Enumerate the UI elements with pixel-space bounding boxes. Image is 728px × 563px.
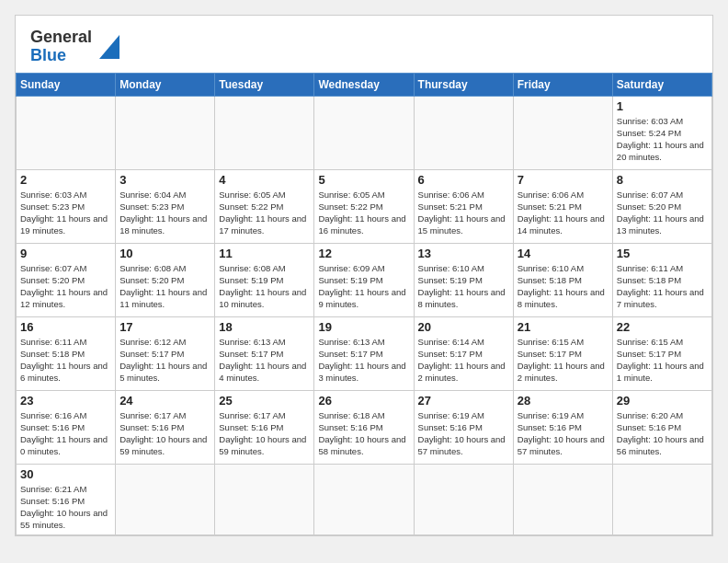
day-number: 8 (617, 173, 708, 187)
day-number: 13 (418, 247, 509, 260)
day-number: 28 (518, 394, 609, 408)
day-info: Sunrise: 6:15 AM Sunset: 5:17 PM Dayligh… (617, 336, 708, 385)
day-number: 9 (20, 247, 111, 260)
calendar-week-row: 16Sunrise: 6:11 AM Sunset: 5:18 PM Dayli… (17, 316, 712, 390)
day-info: Sunrise: 6:19 AM Sunset: 5:16 PM Dayligh… (518, 409, 609, 458)
day-info: Sunrise: 6:08 AM Sunset: 5:20 PM Dayligh… (119, 262, 210, 311)
day-info: Sunrise: 6:19 AM Sunset: 5:16 PM Dayligh… (418, 409, 509, 458)
calendar-week-row: 23Sunrise: 6:16 AM Sunset: 5:16 PM Dayli… (17, 390, 712, 464)
day-number: 10 (119, 247, 210, 260)
calendar-day-cell (513, 464, 612, 534)
calendar-day-cell (612, 464, 711, 534)
weekday-header: Monday (116, 73, 215, 96)
day-info: Sunrise: 6:10 AM Sunset: 5:19 PM Dayligh… (418, 262, 509, 311)
calendar-day-cell: 7Sunrise: 6:06 AM Sunset: 5:21 PM Daylig… (513, 169, 612, 243)
day-number: 14 (518, 247, 609, 260)
day-info: Sunrise: 6:06 AM Sunset: 5:21 PM Dayligh… (418, 189, 509, 237)
calendar-week-row: 2Sunrise: 6:03 AM Sunset: 5:23 PM Daylig… (17, 169, 712, 243)
weekday-header: Tuesday (215, 73, 314, 96)
calendar-day-cell: 11Sunrise: 6:08 AM Sunset: 5:19 PM Dayli… (215, 243, 314, 316)
calendar-day-cell: 27Sunrise: 6:19 AM Sunset: 5:16 PM Dayli… (414, 390, 513, 464)
calendar-header: General Blue (16, 16, 712, 73)
day-number: 26 (318, 394, 409, 408)
day-number: 3 (119, 173, 210, 187)
calendar-day-cell: 23Sunrise: 6:16 AM Sunset: 5:16 PM Dayli… (17, 390, 116, 464)
calendar-week-row: 9Sunrise: 6:07 AM Sunset: 5:20 PM Daylig… (17, 243, 712, 316)
calendar-day-cell: 6Sunrise: 6:06 AM Sunset: 5:21 PM Daylig… (414, 169, 513, 243)
calendar-day-cell: 29Sunrise: 6:20 AM Sunset: 5:16 PM Dayli… (612, 390, 711, 464)
day-info: Sunrise: 6:05 AM Sunset: 5:22 PM Dayligh… (219, 189, 310, 237)
day-info: Sunrise: 6:17 AM Sunset: 5:16 PM Dayligh… (119, 409, 210, 458)
day-number: 18 (219, 320, 310, 334)
day-info: Sunrise: 6:10 AM Sunset: 5:18 PM Dayligh… (518, 262, 609, 311)
svg-marker-0 (99, 35, 119, 59)
calendar-day-cell: 14Sunrise: 6:10 AM Sunset: 5:18 PM Dayli… (513, 243, 612, 316)
day-info: Sunrise: 6:04 AM Sunset: 5:23 PM Dayligh… (119, 189, 210, 237)
day-info: Sunrise: 6:13 AM Sunset: 5:17 PM Dayligh… (219, 336, 310, 385)
calendar-day-cell: 10Sunrise: 6:08 AM Sunset: 5:20 PM Dayli… (116, 243, 215, 316)
calendar-day-cell: 1Sunrise: 6:03 AM Sunset: 5:24 PM Daylig… (612, 96, 711, 169)
day-info: Sunrise: 6:18 AM Sunset: 5:16 PM Dayligh… (318, 409, 409, 458)
day-info: Sunrise: 6:11 AM Sunset: 5:18 PM Dayligh… (617, 262, 708, 311)
day-number: 5 (318, 173, 409, 187)
day-info: Sunrise: 6:08 AM Sunset: 5:19 PM Dayligh… (219, 262, 310, 311)
day-number: 6 (418, 173, 509, 187)
day-info: Sunrise: 6:07 AM Sunset: 5:20 PM Dayligh… (20, 262, 111, 311)
day-info: Sunrise: 6:05 AM Sunset: 5:22 PM Dayligh… (318, 189, 409, 237)
day-info: Sunrise: 6:03 AM Sunset: 5:23 PM Dayligh… (20, 189, 111, 237)
calendar-day-cell: 9Sunrise: 6:07 AM Sunset: 5:20 PM Daylig… (17, 243, 116, 316)
day-number: 30 (20, 467, 111, 481)
day-info: Sunrise: 6:15 AM Sunset: 5:17 PM Dayligh… (518, 336, 609, 385)
calendar-day-cell: 17Sunrise: 6:12 AM Sunset: 5:17 PM Dayli… (116, 316, 215, 390)
calendar-day-cell (414, 96, 513, 169)
calendar-day-cell: 20Sunrise: 6:14 AM Sunset: 5:17 PM Dayli… (414, 316, 513, 390)
day-number: 22 (617, 320, 708, 334)
weekday-header: Sunday (17, 73, 116, 96)
calendar-day-cell: 15Sunrise: 6:11 AM Sunset: 5:18 PM Dayli… (612, 243, 711, 316)
calendar-day-cell: 3Sunrise: 6:04 AM Sunset: 5:23 PM Daylig… (116, 169, 215, 243)
calendar-day-cell: 28Sunrise: 6:19 AM Sunset: 5:16 PM Dayli… (513, 390, 612, 464)
calendar-day-cell: 13Sunrise: 6:10 AM Sunset: 5:19 PM Dayli… (414, 243, 513, 316)
day-info: Sunrise: 6:16 AM Sunset: 5:16 PM Dayligh… (20, 409, 111, 458)
day-number: 20 (418, 320, 509, 334)
calendar-day-cell: 2Sunrise: 6:03 AM Sunset: 5:23 PM Daylig… (17, 169, 116, 243)
calendar-day-cell: 26Sunrise: 6:18 AM Sunset: 5:16 PM Dayli… (314, 390, 414, 464)
calendar-day-cell (215, 464, 314, 534)
weekday-header: Wednesday (314, 73, 414, 96)
calendar-day-cell (513, 96, 612, 169)
day-info: Sunrise: 6:11 AM Sunset: 5:18 PM Dayligh… (20, 336, 111, 385)
calendar-container: General Blue SundayMondayTuesdayWednesda… (15, 15, 713, 536)
day-info: Sunrise: 6:12 AM Sunset: 5:17 PM Dayligh… (119, 336, 210, 385)
day-number: 24 (119, 394, 210, 408)
calendar-day-cell: 18Sunrise: 6:13 AM Sunset: 5:17 PM Dayli… (215, 316, 314, 390)
calendar-day-cell: 12Sunrise: 6:09 AM Sunset: 5:19 PM Dayli… (314, 243, 414, 316)
day-number: 25 (219, 394, 310, 408)
day-number: 4 (219, 173, 310, 187)
day-number: 21 (518, 320, 609, 334)
day-number: 27 (418, 394, 509, 408)
day-number: 23 (20, 394, 111, 408)
calendar-day-cell (314, 464, 414, 534)
calendar-day-cell: 4Sunrise: 6:05 AM Sunset: 5:22 PM Daylig… (215, 169, 314, 243)
weekday-header: Friday (513, 73, 612, 96)
weekday-header: Thursday (414, 73, 513, 96)
calendar-day-cell (314, 96, 414, 169)
calendar-header-row: SundayMondayTuesdayWednesdayThursdayFrid… (17, 73, 712, 96)
day-info: Sunrise: 6:03 AM Sunset: 5:24 PM Dayligh… (617, 115, 708, 164)
weekday-header: Saturday (612, 73, 711, 96)
calendar-day-cell: 21Sunrise: 6:15 AM Sunset: 5:17 PM Dayli… (513, 316, 612, 390)
day-number: 16 (20, 320, 111, 334)
day-number: 19 (318, 320, 409, 334)
calendar-day-cell (116, 96, 215, 169)
logo-text: General Blue (30, 29, 92, 65)
calendar-day-cell (215, 96, 314, 169)
day-info: Sunrise: 6:13 AM Sunset: 5:17 PM Dayligh… (318, 336, 409, 385)
calendar-day-cell: 24Sunrise: 6:17 AM Sunset: 5:16 PM Dayli… (116, 390, 215, 464)
calendar-day-cell: 8Sunrise: 6:07 AM Sunset: 5:20 PM Daylig… (612, 169, 711, 243)
day-number: 2 (20, 173, 111, 187)
day-info: Sunrise: 6:20 AM Sunset: 5:16 PM Dayligh… (617, 409, 708, 458)
day-number: 11 (219, 247, 310, 260)
day-number: 7 (518, 173, 609, 187)
day-info: Sunrise: 6:14 AM Sunset: 5:17 PM Dayligh… (418, 336, 509, 385)
calendar-table: SundayMondayTuesdayWednesdayThursdayFrid… (16, 73, 712, 535)
